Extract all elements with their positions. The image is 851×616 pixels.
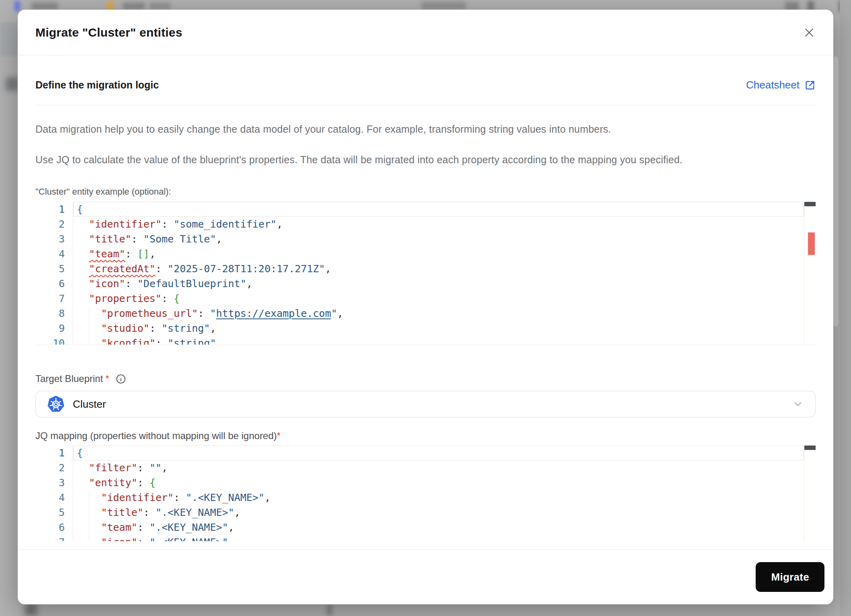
close-button[interactable] — [800, 23, 819, 42]
background-app-icon — [14, 1, 20, 11]
code-token — [144, 477, 150, 489]
cheatsheet-link[interactable]: Cheatsheet — [746, 79, 816, 91]
code-line: 6 "icon": "DefaultBlueprint", — [35, 276, 804, 291]
indent-guide — [89, 520, 89, 535]
code-token: , — [265, 492, 271, 503]
code-token: : — [162, 293, 168, 304]
required-asterisk: * — [277, 430, 280, 441]
code-token: : — [138, 536, 144, 541]
code-token: { — [150, 477, 156, 489]
description-paragraph-2: Use JQ to calculate the value of the blu… — [35, 153, 816, 166]
code-token — [144, 536, 150, 541]
code-token: , — [325, 263, 331, 275]
line-number: 3 — [35, 232, 73, 246]
modal-body: Define the migration logic Cheatsheet Da… — [18, 55, 833, 549]
line-number: 7 — [35, 535, 73, 541]
section-heading: Define the migration logic — [35, 79, 159, 91]
code-token — [77, 477, 89, 489]
code-token — [77, 263, 89, 275]
entity-example-code-editor[interactable]: 1{2 "identifier": "some_identifier",3 "t… — [35, 202, 816, 345]
modal-header: Migrate "Cluster" entities — [18, 10, 833, 55]
code-token: : — [162, 218, 168, 230]
kubernetes-icon — [47, 395, 65, 413]
jq-mapping-label: JQ mapping (properties without mapping w… — [35, 430, 816, 441]
code-token: "title" — [89, 233, 131, 245]
modal-footer: Migrate — [18, 549, 833, 604]
code-token — [204, 308, 210, 319]
migrate-entities-modal: Migrate "Cluster" entities Define the mi… — [18, 10, 833, 604]
background-smudge — [327, 604, 332, 616]
code-token: ".<KEY_NAME>" — [150, 522, 228, 533]
code-token: "identifier" — [101, 492, 174, 503]
code-line: 5 "createdAt": "2025-07-28T11:20:17.271Z… — [35, 261, 804, 276]
code-token: "createdAt" — [89, 263, 156, 275]
code-token: : — [138, 522, 144, 533]
code-lines: 1{2 "filter": "",3 "entity": {4 "identif… — [35, 446, 804, 541]
code-token: , — [228, 536, 234, 541]
code-token: , — [228, 522, 234, 533]
line-number: 8 — [35, 306, 73, 321]
editor-scrollbar-thumb[interactable] — [804, 202, 816, 206]
error-marker — [808, 232, 815, 255]
code-token: : — [144, 507, 150, 518]
info-icon[interactable] — [115, 374, 126, 384]
code-line: 3 "title": "Some Title", — [35, 232, 804, 246]
code-token: "icon" — [89, 278, 125, 290]
modal-title: Migrate "Cluster" entities — [35, 26, 182, 39]
code-line: 7 "properties": { — [35, 291, 804, 306]
editor-scrollbar-thumb[interactable] — [804, 446, 816, 450]
code-token: "properties" — [89, 293, 162, 304]
code-token: : — [125, 248, 131, 260]
background-search-bar — [421, 2, 466, 10]
code-token: , — [277, 218, 283, 230]
code-token: : — [198, 308, 204, 319]
code-token: "DefaultBlueprint" — [138, 278, 247, 290]
page-scrollbar-thumb[interactable] — [832, 56, 838, 326]
code-token: "" — [150, 462, 162, 474]
code-token — [180, 492, 186, 503]
target-blueprint-value: Cluster — [73, 398, 106, 411]
code-token: "icon" — [101, 536, 137, 541]
code-token — [77, 278, 89, 290]
code-token — [150, 507, 156, 518]
external-link-icon — [804, 80, 816, 91]
indent-guide — [89, 490, 89, 505]
line-number: 9 — [35, 321, 73, 336]
code-token: ".<KEY_NAME>" — [150, 536, 228, 541]
indent-guide — [89, 535, 89, 541]
code-token: , — [162, 462, 168, 474]
code-line: 6 "team": ".<KEY_NAME>", — [35, 520, 804, 535]
code-token: "prometheus_url" — [101, 308, 198, 319]
code-token: : — [138, 477, 144, 489]
jq-mapping-code-editor[interactable]: 1{2 "filter": "",3 "entity": {4 "identif… — [35, 446, 816, 541]
code-token: "title" — [101, 507, 143, 518]
code-token — [168, 293, 174, 304]
indent-guide — [89, 306, 89, 321]
indent-guide — [89, 505, 89, 520]
line-number: 5 — [35, 261, 73, 276]
target-blueprint-select[interactable]: Cluster — [35, 391, 816, 417]
line-number: 1 — [35, 446, 73, 460]
code-token: : — [156, 337, 162, 345]
code-token: , — [150, 248, 156, 260]
code-line: 1{ — [35, 446, 804, 460]
code-token — [156, 322, 162, 334]
editor-overview-ruler — [804, 202, 816, 345]
migrate-button[interactable]: Migrate — [756, 562, 824, 592]
code-token: , — [216, 233, 222, 245]
code-token: " — [331, 308, 337, 319]
code-token: "string" — [168, 337, 216, 345]
code-line: 10 "kconfig": "string" — [35, 336, 804, 345]
code-line: 5 "title": ".<KEY_NAME>", — [35, 505, 804, 520]
code-token: , — [337, 308, 343, 319]
code-token — [138, 233, 144, 245]
line-number: 3 — [35, 475, 73, 490]
line-number: 2 — [35, 217, 73, 232]
code-token — [77, 462, 89, 474]
code-token: "studio" — [101, 322, 149, 334]
code-line: 4 "team": [], — [35, 246, 804, 261]
line-number: 1 — [35, 202, 73, 217]
code-token: { — [77, 203, 83, 215]
line-number: 10 — [35, 336, 73, 345]
code-token: ".<KEY_NAME>" — [156, 507, 234, 518]
